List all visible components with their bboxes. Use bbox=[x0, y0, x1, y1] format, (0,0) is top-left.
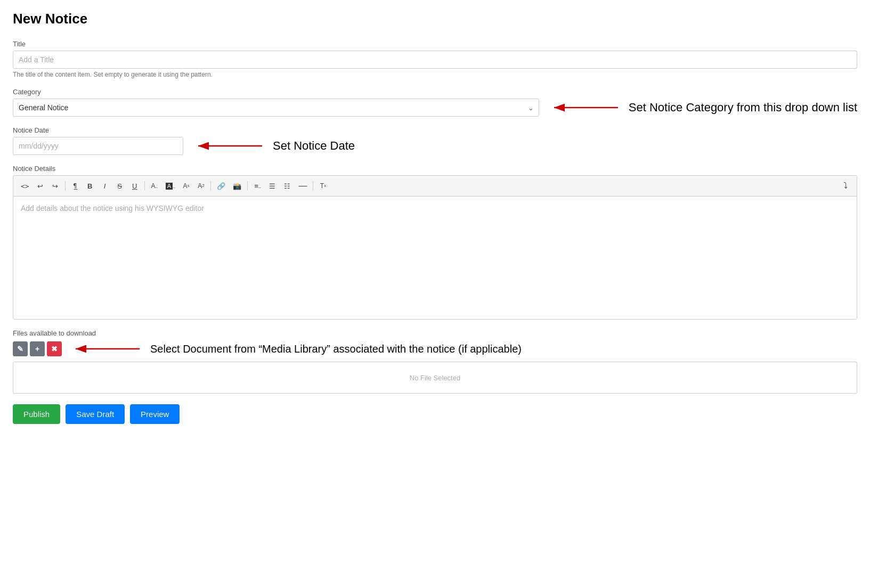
toolbar-underline-btn[interactable]: U bbox=[128, 179, 142, 193]
notice-date-input[interactable] bbox=[13, 137, 183, 155]
category-field-group: Category General Notice Urgent Notice Ev… bbox=[13, 88, 857, 117]
category-annotation: Set Notice Category from this drop down … bbox=[549, 101, 857, 115]
save-draft-button[interactable]: Save Draft bbox=[66, 404, 125, 424]
preview-button[interactable]: Preview bbox=[130, 404, 180, 424]
category-label: Category bbox=[13, 88, 857, 96]
toolbar-paragraph-btn[interactable]: ¶̲ bbox=[68, 179, 82, 193]
editor-placeholder-text: Add details about the notice using his W… bbox=[21, 204, 204, 213]
page-title: New Notice bbox=[13, 11, 857, 27]
toolbar-separator-4 bbox=[247, 181, 248, 191]
toolbar-bold-btn[interactable]: B bbox=[83, 179, 97, 193]
toolbar-superscript-btn[interactable]: As bbox=[179, 179, 193, 193]
file-edit-button[interactable]: ✎ bbox=[13, 341, 28, 356]
editor-toolbar: <> ↩ ↪ ¶̲ B I S U A_ A_ As A2 🔗 📸 ≡_ ☰ ☷… bbox=[13, 176, 857, 197]
notice-details-field-group: Notice Details <> ↩ ↪ ¶̲ B I S U A_ A_ A… bbox=[13, 165, 857, 320]
files-label: Files available to download bbox=[13, 329, 857, 337]
date-annotation: Set Notice Date bbox=[193, 139, 355, 153]
toolbar-ordered-list-btn[interactable]: ☷ bbox=[280, 179, 294, 193]
file-preview-area: No File Selected bbox=[13, 362, 857, 394]
category-annotation-text: Set Notice Category from this drop down … bbox=[629, 101, 857, 115]
files-field-group: Files available to download ✎ + ✖ Select… bbox=[13, 329, 857, 394]
toolbar-strikethrough-btn[interactable]: S bbox=[113, 179, 127, 193]
toolbar-separator-2 bbox=[144, 181, 145, 191]
toolbar-separator-5 bbox=[313, 181, 313, 191]
editor-body[interactable]: Add details about the notice using his W… bbox=[13, 197, 857, 319]
toolbar-link-btn[interactable]: 🔗 bbox=[214, 179, 229, 193]
toolbar-align-btn[interactable]: ≡_ bbox=[250, 179, 264, 193]
toolbar-bullet-list-btn[interactable]: ☰ bbox=[265, 179, 279, 193]
toolbar-bg-color-btn[interactable]: A_ bbox=[162, 179, 178, 193]
toolbar-separator-1 bbox=[65, 181, 66, 191]
no-file-text: No File Selected bbox=[410, 374, 460, 382]
files-annotation-text: Select Document from “Media Library” ass… bbox=[150, 343, 522, 355]
wysiwyg-editor-wrapper: <> ↩ ↪ ¶̲ B I S U A_ A_ As A2 🔗 📸 ≡_ ☰ ☷… bbox=[13, 175, 857, 320]
title-hint: The title of the content item. Set empty… bbox=[13, 71, 857, 78]
notice-details-label: Notice Details bbox=[13, 165, 857, 173]
toolbar-redo-btn[interactable]: ↪ bbox=[48, 179, 62, 193]
toolbar-source-btn[interactable]: <> bbox=[18, 179, 32, 193]
toolbar-font-color-btn[interactable]: A_ bbox=[148, 179, 161, 193]
toolbar-italic-btn[interactable]: I bbox=[98, 179, 112, 193]
category-select[interactable]: General Notice Urgent Notice Event Notic… bbox=[13, 99, 539, 117]
toolbar-clear-format-btn[interactable]: Tx bbox=[316, 179, 330, 193]
toolbar-hr-btn[interactable]: — bbox=[295, 179, 310, 193]
toolbar-fullscreen-btn[interactable]: ⤵ bbox=[839, 179, 852, 193]
toolbar-image-btn[interactable]: 📸 bbox=[230, 179, 245, 193]
category-select-wrapper: General Notice Urgent Notice Event Notic… bbox=[13, 99, 539, 117]
category-arrow-icon bbox=[549, 102, 623, 113]
file-add-button[interactable]: + bbox=[30, 341, 45, 356]
title-field-group: Title The title of the content item. Set… bbox=[13, 40, 857, 78]
publish-button[interactable]: Publish bbox=[13, 404, 60, 424]
toolbar-undo-btn[interactable]: ↩ bbox=[34, 179, 47, 193]
action-buttons-group: Publish Save Draft Preview bbox=[13, 404, 857, 424]
title-input[interactable] bbox=[13, 51, 857, 69]
toolbar-separator-3 bbox=[210, 181, 211, 191]
file-delete-button[interactable]: ✖ bbox=[47, 341, 62, 356]
date-input-wrapper bbox=[13, 137, 183, 155]
notice-date-label: Notice Date bbox=[13, 126, 857, 134]
title-label: Title bbox=[13, 40, 857, 48]
files-annotation: Select Document from “Media Library” ass… bbox=[70, 343, 522, 355]
date-arrow-icon bbox=[193, 141, 267, 151]
notice-date-field-group: Notice Date Set Notice Date bbox=[13, 126, 857, 155]
file-buttons-row: ✎ + ✖ bbox=[13, 341, 62, 356]
date-annotation-text: Set Notice Date bbox=[273, 139, 355, 153]
files-arrow-icon bbox=[70, 344, 145, 354]
toolbar-subscript-btn[interactable]: A2 bbox=[194, 179, 208, 193]
